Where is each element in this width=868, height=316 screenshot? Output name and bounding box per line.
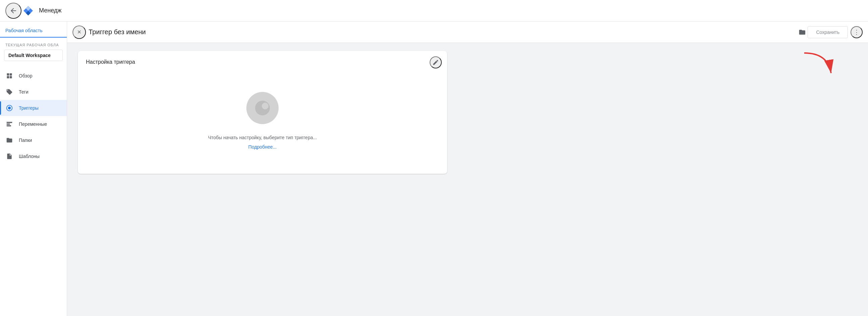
dialog-close-button[interactable]: × xyxy=(72,26,86,39)
content-area: × Триггер без имени Сохранить ⋮ xyxy=(67,22,868,316)
dialog-actions: Сохранить ⋮ xyxy=(808,26,863,38)
card-title: Настройка триггера xyxy=(86,59,439,65)
svg-rect-1 xyxy=(7,73,9,76)
sidebar-item-triggers-label: Триггеры xyxy=(19,105,39,111)
trigger-placeholder-text: Чтобы начать настройку, выберите тип три… xyxy=(208,135,317,140)
overview-icon xyxy=(5,72,13,80)
svg-rect-3 xyxy=(7,76,9,78)
workspace-tab-label: Рабочая область xyxy=(5,28,43,33)
folder-icon xyxy=(5,136,13,144)
svg-rect-9 xyxy=(7,125,11,126)
trigger-placeholder: Чтобы начать настройку, выберите тип три… xyxy=(86,81,439,166)
card-edit-button[interactable] xyxy=(430,56,442,68)
template-icon xyxy=(5,152,13,160)
sidebar-item-variables-label: Переменные xyxy=(19,121,47,127)
variable-icon xyxy=(5,120,13,128)
dialog-header: × Триггер без имени Сохранить ⋮ xyxy=(67,22,868,43)
trigger-icon xyxy=(5,104,13,112)
trigger-placeholder-icon xyxy=(246,92,279,124)
svg-rect-8 xyxy=(7,123,10,124)
sidebar-item-tags[interactable]: Теги xyxy=(0,84,67,100)
sidebar-item-templates[interactable]: Шаблоны xyxy=(0,148,67,164)
more-icon: ⋮ xyxy=(854,29,860,36)
svg-rect-2 xyxy=(10,73,12,76)
close-icon: × xyxy=(77,28,81,36)
sidebar-item-triggers[interactable]: Триггеры xyxy=(0,100,67,116)
back-button[interactable] xyxy=(5,3,22,19)
workspace-tab[interactable]: Рабочая область xyxy=(0,24,67,38)
app-name-label: Менедж xyxy=(39,7,863,14)
svg-rect-7 xyxy=(7,122,12,123)
dialog-body: Настройка триггера Чтобы начать настройк… xyxy=(67,43,868,316)
tag-icon xyxy=(5,88,13,96)
red-arrow-indicator xyxy=(801,50,841,80)
save-button[interactable]: Сохранить xyxy=(808,26,848,38)
trigger-icon-inner xyxy=(255,101,270,116)
dialog-folder-button[interactable] xyxy=(797,27,808,38)
svg-point-6 xyxy=(8,107,11,109)
sidebar-item-overview[interactable]: Обзор xyxy=(0,68,67,84)
svg-rect-4 xyxy=(10,76,12,78)
sidebar-item-folders-label: Папки xyxy=(19,137,32,143)
top-header: Менедж xyxy=(0,0,868,22)
sidebar-item-variables[interactable]: Переменные xyxy=(0,116,67,132)
trigger-learn-more-link[interactable]: Подробнее... xyxy=(248,144,277,150)
sidebar-item-folders[interactable]: Папки xyxy=(0,132,67,148)
trigger-config-card: Настройка триггера Чтобы начать настройк… xyxy=(78,51,447,174)
sidebar-nav: Обзор Теги Триггеры xyxy=(0,66,67,164)
sidebar: Рабочая область ТЕКУЩАЯ РАБОЧАЯ ОБЛА Def… xyxy=(0,22,67,316)
more-options-button[interactable]: ⋮ xyxy=(850,26,863,38)
sidebar-item-tags-label: Теги xyxy=(19,89,28,95)
main-layout: Рабочая область ТЕКУЩАЯ РАБОЧАЯ ОБЛА Def… xyxy=(0,22,868,316)
dialog-title: Триггер без имени xyxy=(89,28,794,36)
workspace-badge[interactable]: Default Workspace xyxy=(4,50,63,61)
sidebar-item-templates-label: Шаблоны xyxy=(19,154,40,159)
sidebar-item-overview-label: Обзор xyxy=(19,73,32,78)
sidebar-section-label: ТЕКУЩАЯ РАБОЧАЯ ОБЛА xyxy=(0,39,67,48)
app-logo xyxy=(22,4,35,18)
